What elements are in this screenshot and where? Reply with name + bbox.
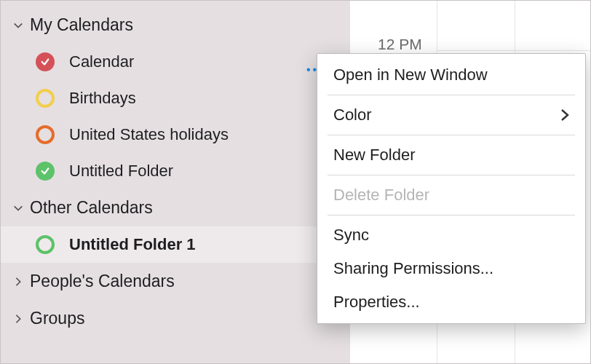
menu-item-sharing-permissions[interactable]: Sharing Permissions... [317, 252, 585, 285]
menu-separator [328, 135, 575, 135]
section-label: Other Calendars [30, 198, 153, 218]
menu-item-label: Properties... [333, 293, 420, 312]
menu-item-open-new-window[interactable]: Open in New Window [317, 58, 585, 92]
section-label: My Calendars [30, 15, 133, 35]
section-label: Groups [30, 309, 84, 328]
calendar-item-us-holidays[interactable]: United States holidays [1, 116, 350, 153]
section-label: People's Calendars [30, 272, 175, 291]
menu-item-label: Delete Folder [333, 186, 429, 205]
menu-separator [328, 95, 575, 95]
calendar-item-label: United States holidays [69, 125, 229, 144]
section-header-other-calendars[interactable]: Other Calendars [1, 189, 350, 226]
section-header-groups[interactable]: Groups [1, 300, 350, 328]
checkmark-icon [40, 57, 50, 67]
chevron-right-icon [560, 108, 569, 122]
calendar-sidebar: My Calendars Calendar Birthdays United S… [1, 1, 350, 363]
menu-separator [328, 215, 575, 215]
calendar-item-untitled-folder[interactable]: Untitled Folder [1, 153, 350, 189]
menu-item-properties[interactable]: Properties... [317, 285, 585, 319]
checkmark-icon [40, 166, 50, 176]
calendar-color-icon [36, 52, 55, 71]
menu-item-label: Open in New Window [333, 66, 488, 84]
calendar-color-icon [36, 125, 55, 144]
calendar-item-untitled-folder-1[interactable]: Untitled Folder 1 [1, 226, 350, 263]
calendar-item-birthdays[interactable]: Birthdays [1, 80, 350, 116]
context-menu: Open in New Window Color New Folder Dele… [317, 53, 586, 324]
menu-item-label: Sync [333, 226, 369, 245]
grid-row-line [437, 50, 591, 51]
calendar-item-label: Untitled Folder [69, 162, 173, 181]
calendar-item-label: Calendar [69, 52, 134, 71]
section-header-my-calendars[interactable]: My Calendars [1, 7, 350, 44]
menu-item-sync[interactable]: Sync [317, 218, 585, 252]
chevron-right-icon [11, 274, 25, 289]
calendar-color-icon [36, 235, 55, 254]
calendar-color-icon [36, 89, 55, 108]
calendar-color-icon [36, 162, 55, 181]
chevron-down-icon [11, 201, 25, 215]
chevron-down-icon [11, 18, 25, 33]
calendar-item-label: Untitled Folder 1 [69, 235, 196, 254]
menu-item-color[interactable]: Color [317, 98, 585, 132]
menu-item-delete-folder: Delete Folder [317, 178, 585, 212]
menu-item-label: Sharing Permissions... [333, 259, 493, 278]
section-header-peoples-calendars[interactable]: People's Calendars [1, 263, 350, 300]
calendar-item-calendar[interactable]: Calendar [1, 44, 350, 80]
calendar-item-label: Birthdays [69, 89, 136, 108]
menu-item-new-folder[interactable]: New Folder [317, 138, 585, 172]
menu-item-label: New Folder [333, 146, 415, 165]
menu-separator [328, 175, 575, 175]
menu-item-label: Color [333, 106, 372, 124]
time-label: 12 PM [378, 36, 422, 53]
chevron-right-icon [11, 312, 25, 326]
